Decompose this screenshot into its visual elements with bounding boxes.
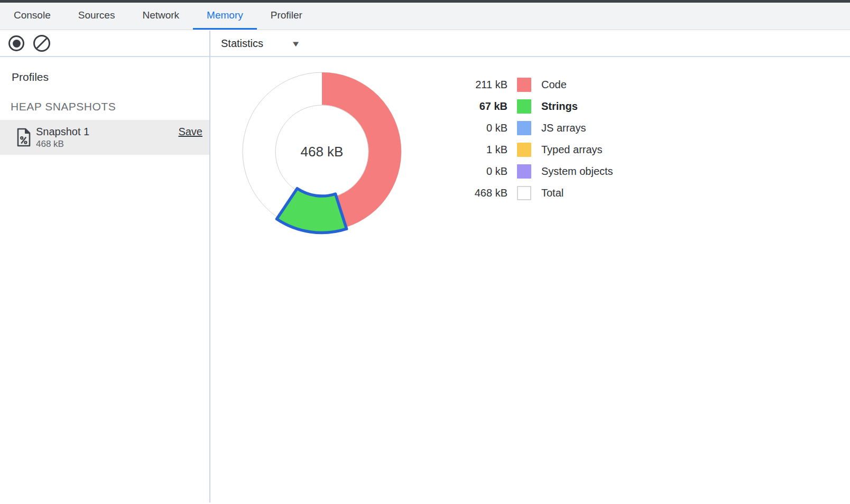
- clear-profiles-button[interactable]: [32, 31, 51, 56]
- donut-inner-outline: [275, 105, 368, 198]
- tab-sources[interactable]: Sources: [64, 3, 129, 30]
- legend-row-code[interactable]: 211 kBCode: [455, 74, 613, 96]
- legend-row-typed-arrays[interactable]: 1 kBTyped arrays: [455, 139, 613, 161]
- legend-label: Strings: [541, 100, 578, 113]
- perspective-dropdown-label: Statistics: [221, 38, 263, 50]
- statistics-donut-chart: [237, 67, 406, 236]
- legend-label: Total: [541, 187, 563, 199]
- legend-label: System objects: [541, 165, 613, 178]
- legend-swatch: [517, 143, 531, 157]
- sidebar-divider: [209, 31, 210, 502]
- legend-label: JS arrays: [541, 122, 586, 134]
- heap-snapshots-section-header: HEAP SNAPSHOTS: [11, 100, 116, 113]
- legend-row-strings[interactable]: 67 kBStrings: [455, 96, 613, 117]
- legend-label: Typed arrays: [541, 144, 603, 156]
- devtools-memory-panel: ConsoleSourcesNetworkMemoryProfiler Stat…: [0, 0, 850, 504]
- snapshot-list-item[interactable]: Snapshot 1 468 kB Save: [0, 120, 209, 155]
- sidebar-title: Profiles: [12, 71, 49, 83]
- legend-swatch: [517, 78, 531, 92]
- legend-swatch: [517, 99, 531, 114]
- legend-value: 468 kB: [455, 187, 507, 199]
- record-icon: [8, 35, 24, 51]
- tab-bar: ConsoleSourcesNetworkMemoryProfiler: [0, 3, 850, 30]
- clear-icon: [33, 35, 50, 52]
- perspective-dropdown[interactable]: Statistics ▼: [221, 31, 300, 56]
- tab-memory[interactable]: Memory: [193, 3, 257, 30]
- tab-network[interactable]: Network: [128, 3, 193, 30]
- legend-row-js-arrays[interactable]: 0 kBJS arrays: [455, 117, 613, 139]
- legend-swatch: [517, 186, 531, 200]
- legend-value: 67 kB: [455, 100, 507, 113]
- snapshot-size: 468 kB: [36, 139, 64, 150]
- legend-row-total[interactable]: 468 kBTotal: [455, 182, 613, 204]
- legend-swatch: [517, 121, 531, 135]
- profiler-toolbar: Statistics ▼: [0, 31, 850, 57]
- tab-profiler[interactable]: Profiler: [257, 3, 316, 30]
- legend-value: 1 kB: [455, 144, 507, 156]
- legend-swatch: [517, 164, 531, 179]
- legend-value: 0 kB: [455, 165, 507, 178]
- legend-row-system-objects[interactable]: 0 kBSystem objects: [455, 161, 613, 182]
- chart-legend: 211 kBCode67 kBStrings0 kBJS arrays1 kBT…: [455, 74, 613, 204]
- donut-segment-strings[interactable]: [277, 189, 347, 233]
- record-button[interactable]: [7, 31, 25, 56]
- tab-console[interactable]: Console: [0, 3, 64, 30]
- chevron-down-icon: ▼: [291, 39, 301, 48]
- save-snapshot-link[interactable]: Save: [178, 126, 202, 138]
- heap-snapshot-icon: [16, 128, 31, 147]
- snapshot-name: Snapshot 1: [36, 126, 89, 138]
- legend-value: 0 kB: [455, 122, 507, 134]
- legend-value: 211 kB: [455, 79, 507, 91]
- legend-label: Code: [541, 79, 567, 91]
